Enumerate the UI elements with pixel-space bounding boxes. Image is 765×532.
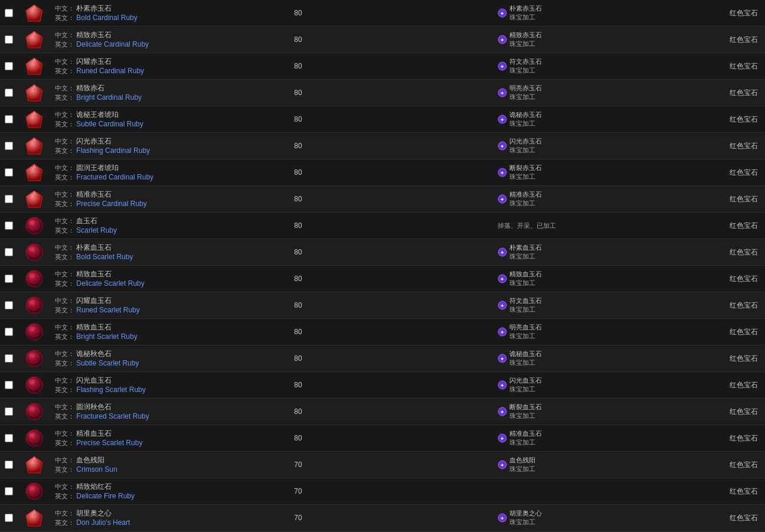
source-text: 闪光赤玉石 珠宝加工 [509, 137, 542, 155]
source-name: 精准血玉石 [509, 429, 542, 438]
gem-icon [18, 215, 50, 236]
table-row: 中文： 诡秘秋色石 英文： Subtle Scarlet Ruby 80 ✦ 诡… [0, 345, 765, 372]
gem-name-col: 中文： 精致赤玉石 英文： Delicate Cardinal Ruby [50, 29, 274, 50]
gem-category: 红色宝石 [718, 380, 765, 390]
row-checkbox[interactable] [5, 434, 13, 442]
gem-category: 红色宝石 [718, 88, 765, 98]
row-checkbox[interactable] [5, 9, 13, 17]
gem-name-zh: 中文： 胡里奥之心 [55, 508, 270, 518]
source-sub: 珠宝加工 [509, 332, 542, 341]
gem-name-zh: 中文： 闪光血玉石 [55, 376, 270, 386]
gem-source: ✦ 明亮血玉石 珠宝加工 [493, 323, 646, 341]
row-checkbox[interactable] [5, 89, 13, 97]
gem-source: ✦ 断裂血玉石 珠宝加工 [493, 403, 646, 420]
gem-name-en: 英文： Delicate Scarlet Ruby [55, 279, 270, 288]
svg-text:✦: ✦ [500, 462, 505, 468]
row-checkbox[interactable] [5, 354, 13, 363]
row-checkbox[interactable] [5, 62, 13, 70]
source-sub: 珠宝加工 [509, 13, 542, 22]
gem-name-en: 英文： Subtle Cardinal Ruby [55, 120, 270, 129]
row-checkbox[interactable] [5, 221, 13, 230]
gem-name-col: 中文： 精致血玉石 英文： Bright Scarlet Ruby [50, 321, 274, 342]
craft-icon: ✦ [498, 61, 507, 71]
table-row: 中文： 圆润王者琥珀 英文： Fractured Cardinal Ruby 8… [0, 159, 765, 186]
row-checkbox[interactable] [5, 328, 13, 336]
craft-icon: ✦ [498, 380, 507, 390]
gem-name-col: 中文： 闪光血玉石 英文： Flashing Scarlet Ruby [50, 374, 274, 396]
table-row: 中文： 精准赤玉石 英文： Precise Cardinal Ruby 80 ✦… [0, 186, 765, 213]
gem-name-col: 中文： 血色残阳 英文： Crimson Sun [50, 454, 274, 475]
gem-source: ✦ 闪光赤玉石 珠宝加工 [493, 137, 646, 155]
row-checkbox[interactable] [5, 142, 13, 150]
svg-text:✦: ✦ [500, 90, 505, 96]
source-name: 朴素赤玉石 [509, 4, 542, 13]
gem-level: 80 [274, 248, 322, 256]
source-name: 诡秘血玉石 [509, 350, 542, 358]
row-checkbox[interactable] [5, 35, 13, 44]
source-sub: 珠宝加工 [509, 385, 542, 394]
gem-name-en: 英文： Crimson Sun [55, 465, 270, 474]
gem-level: 80 [274, 407, 322, 416]
source-name: 断裂赤玉石 [509, 164, 542, 172]
gem-source: ✦ 朴素血玉石 珠宝加工 [493, 243, 646, 261]
gem-level: 70 [274, 461, 322, 469]
table-row: 中文： 精致血玉石 英文： Delicate Scarlet Ruby 80 ✦… [0, 266, 765, 292]
gem-level: 80 [274, 354, 322, 363]
gem-level: 80 [274, 89, 322, 97]
gem-icon [18, 82, 50, 103]
gem-source: ✦ 精准血玉石 珠宝加工 [493, 429, 646, 447]
table-row: 中文： 血色残阳 英文： Crimson Sun 70 ✦ 血色残阳 珠宝加工 … [0, 452, 765, 478]
row-checkbox[interactable] [5, 248, 13, 256]
row-checkbox[interactable] [5, 487, 13, 495]
row-checkbox[interactable] [5, 301, 13, 309]
gem-name-en: 英文： Bright Cardinal Ruby [55, 93, 270, 102]
gem-icon [18, 321, 50, 342]
gem-level: 80 [274, 115, 322, 123]
row-checkbox[interactable] [5, 195, 13, 203]
source-text: 符文血玉石 珠宝加工 [509, 296, 542, 314]
craft-icon: ✦ [498, 407, 507, 416]
row-checkbox[interactable] [5, 514, 13, 522]
gem-icon [18, 162, 50, 183]
gem-icon [18, 427, 50, 449]
gem-icon [18, 2, 50, 24]
gem-level: 80 [274, 434, 322, 442]
gem-category: 红色宝石 [718, 354, 765, 364]
table-row: 中文： 精致赤玉石 英文： Delicate Cardinal Ruby 80 … [0, 27, 765, 53]
source-sub: 珠宝加工 [509, 279, 542, 288]
source-name: 符文赤玉石 [509, 57, 542, 66]
gem-name-col: 中文： 精准赤玉石 英文： Precise Cardinal Ruby [50, 188, 274, 210]
gem-source: ✦ 闪光血玉石 珠宝加工 [493, 376, 646, 394]
gem-level: 80 [274, 221, 322, 230]
svg-text:✦: ✦ [500, 383, 505, 389]
source-text: 断裂赤玉石 珠宝加工 [509, 164, 542, 181]
svg-text:✦: ✦ [500, 436, 505, 442]
gem-name-en: 英文： Fractured Scarlet Ruby [55, 412, 270, 421]
gem-category: 红色宝石 [718, 194, 765, 204]
craft-icon: ✦ [498, 433, 507, 443]
source-sub: 珠宝加工 [509, 465, 535, 474]
gem-icon [18, 188, 50, 210]
gem-name-col: 中文： 精准血玉石 英文： Precise Scarlet Ruby [50, 427, 274, 449]
row-checkbox[interactable] [5, 115, 13, 123]
gem-name-col: 中文： 精致赤石 英文： Bright Cardinal Ruby [50, 82, 274, 103]
source-sub: 珠宝加工 [509, 66, 542, 75]
svg-text:✦: ✦ [500, 64, 505, 70]
table-row: 中文： 诡秘王者琥珀 英文： Subtle Cardinal Ruby 80 ✦… [0, 106, 765, 133]
gem-name-zh: 中文： 圆润王者琥珀 [55, 163, 270, 173]
gem-source: ✦ 明亮赤玉石 珠宝加工 [493, 84, 646, 102]
gem-category: 红色宝石 [718, 35, 765, 45]
row-checkbox[interactable] [5, 407, 13, 416]
table-row: 中文： 闪耀赤玉石 英文： Runed Cardinal Ruby 80 ✦ 符… [0, 53, 765, 80]
row-checkbox[interactable] [5, 168, 13, 177]
row-checkbox[interactable] [5, 461, 13, 469]
source-text: 精致血玉石 珠宝加工 [509, 270, 542, 288]
gem-category: 红色宝石 [718, 407, 765, 417]
svg-text:✦: ✦ [500, 197, 505, 203]
row-checkbox[interactable] [5, 381, 13, 389]
craft-icon: ✦ [498, 168, 507, 177]
craft-icon: ✦ [498, 8, 507, 18]
row-checkbox[interactable] [5, 275, 13, 283]
gem-name-zh: 中文： 精致焰红石 [55, 482, 270, 492]
svg-point-32 [26, 217, 42, 234]
